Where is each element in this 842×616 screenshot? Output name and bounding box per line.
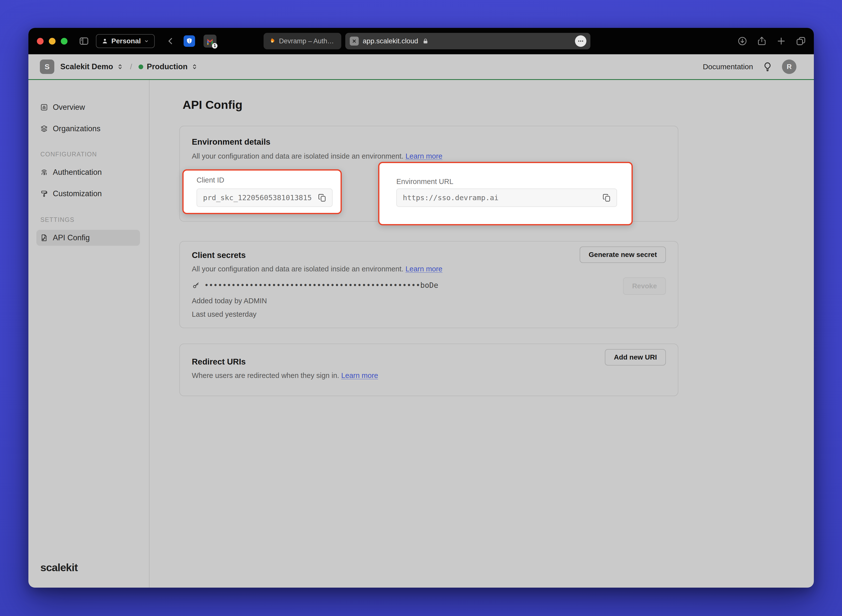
share-icon[interactable] — [757, 36, 767, 46]
sidebar-section-configuration: CONFIGURATION — [40, 151, 149, 158]
environment-url-highlight: Environment URL https://sso.devramp.ai — [378, 162, 633, 225]
sidebar-toggle-icon[interactable] — [78, 35, 90, 47]
environment-status-dot — [138, 65, 143, 69]
main-content: API Config Environment details All your … — [150, 80, 814, 588]
gmail-badge: 1 — [212, 43, 217, 48]
browser-window: Personal 1 — [28, 28, 814, 588]
card-description: All your configuration and data are isol… — [192, 152, 442, 160]
secret-last-used-text: Last used yesterday — [192, 310, 257, 318]
client-id-field[interactable]: prd_skc_12205605381013815 — [197, 188, 332, 207]
tab-title: Devramp – Auth… — [279, 37, 334, 45]
header-right: Documentation R — [703, 60, 796, 74]
sidebar: Overview Organizations CONFIGURATION Aut… — [28, 80, 150, 588]
environment-switcher-icon[interactable] — [191, 63, 198, 70]
browser-chrome: Personal 1 — [28, 28, 814, 54]
lock-icon — [422, 38, 429, 44]
new-tab-icon[interactable] — [776, 36, 786, 46]
client-id-label: Client ID — [197, 176, 224, 184]
tab-scalekit-active[interactable]: app.scalekit.cloud — [345, 33, 591, 49]
sidebar-item-label: Customization — [53, 189, 101, 198]
learn-more-link[interactable]: Learn more — [341, 371, 378, 380]
org-switcher-icon[interactable] — [117, 63, 123, 70]
sidebar-item-authentication[interactable]: Authentication — [36, 164, 140, 180]
client-id-value: prd_skc_12205605381013815 — [203, 194, 312, 202]
sidebar-item-api-config[interactable]: API Config — [36, 230, 140, 246]
back-button[interactable] — [166, 37, 175, 45]
overview-icon — [40, 103, 48, 111]
client-id-highlight: Client ID prd_skc_12205605381013815 — [182, 169, 342, 214]
learn-more-link[interactable]: Learn more — [406, 265, 442, 273]
paint-roller-icon — [40, 189, 48, 198]
card-heading: Redirect URIs — [192, 357, 245, 367]
secret-row: ••••••••••••••••••••••••••••••••••••••••… — [192, 281, 438, 290]
api-file-icon — [40, 233, 48, 242]
tab-devramp[interactable]: Devramp – Auth… — [263, 33, 341, 49]
gmail-extension-icon[interactable]: 1 — [204, 35, 216, 48]
org-switcher[interactable]: Scalekit Demo — [60, 62, 113, 71]
chevron-down-icon — [144, 38, 149, 44]
card-heading: Client secrets — [192, 251, 245, 260]
copy-client-id-button[interactable] — [317, 193, 327, 203]
add-new-uri-button[interactable]: Add new URI — [605, 349, 666, 365]
sidebar-item-overview[interactable]: Overview — [36, 99, 140, 115]
sidebar-item-customization[interactable]: Customization — [36, 186, 140, 202]
sidebar-item-label: Overview — [53, 103, 85, 112]
card-description: All your configuration and data are isol… — [192, 265, 442, 273]
secret-masked-value: ••••••••••••••••••••••••••••••••••••••••… — [204, 281, 438, 290]
bitwarden-extension-icon[interactable] — [184, 35, 195, 47]
environment-url-field[interactable]: https://sso.devramp.ai — [396, 188, 617, 207]
traffic-lights — [37, 38, 68, 45]
profile-button[interactable]: Personal — [96, 34, 155, 48]
environment-switcher[interactable]: Production — [147, 62, 188, 71]
minimize-window-button[interactable] — [49, 38, 56, 45]
environment-url-value: https://sso.devramp.ai — [403, 194, 498, 202]
scalekit-logo: scalekit — [40, 562, 78, 573]
sidebar-item-label: API Config — [53, 233, 90, 242]
environment-url-label: Environment URL — [396, 177, 453, 186]
tab-overview-icon[interactable] — [795, 35, 807, 47]
fingerprint-icon — [40, 168, 48, 176]
card-description: Where users are redirected when they sig… — [192, 371, 378, 380]
copy-environment-url-button[interactable] — [602, 193, 611, 203]
app-header: S Scalekit Demo / Production Documentati… — [28, 54, 814, 80]
body-row: Overview Organizations CONFIGURATION Aut… — [28, 80, 814, 588]
toolbar-right — [737, 28, 807, 54]
close-tab-icon[interactable] — [350, 37, 359, 45]
firebase-flame-icon — [268, 37, 276, 45]
revoke-button[interactable]: Revoke — [623, 277, 666, 295]
close-window-button[interactable] — [37, 38, 44, 45]
page-title: API Config — [182, 98, 242, 111]
sidebar-item-label: Authentication — [53, 168, 101, 177]
key-icon — [192, 281, 200, 290]
documentation-link[interactable]: Documentation — [703, 63, 753, 71]
breadcrumb-separator: / — [130, 63, 132, 71]
redirect-uris-card: Redirect URIs Where users are redirected… — [179, 343, 678, 396]
downloads-icon[interactable] — [737, 36, 748, 46]
generate-new-secret-button[interactable]: Generate new secret — [580, 246, 666, 263]
client-secrets-card: Client secrets All your configuration an… — [179, 241, 678, 328]
user-avatar[interactable]: R — [782, 60, 796, 74]
learn-more-link[interactable]: Learn more — [406, 152, 442, 160]
sidebar-section-settings: SETTINGS — [40, 216, 149, 223]
layers-icon — [40, 125, 48, 133]
person-icon — [101, 38, 108, 45]
card-heading: Environment details — [192, 137, 270, 147]
sidebar-item-organizations[interactable]: Organizations — [36, 121, 140, 137]
secret-added-text: Added today by ADMIN — [192, 297, 267, 305]
tab-options-icon[interactable] — [575, 35, 586, 47]
tab-url: app.scalekit.cloud — [363, 37, 418, 45]
org-logo: S — [40, 60, 54, 74]
profile-label: Personal — [111, 37, 141, 45]
zoom-window-button[interactable] — [61, 38, 68, 45]
sidebar-item-label: Organizations — [53, 124, 100, 133]
lightbulb-icon[interactable] — [763, 62, 773, 72]
